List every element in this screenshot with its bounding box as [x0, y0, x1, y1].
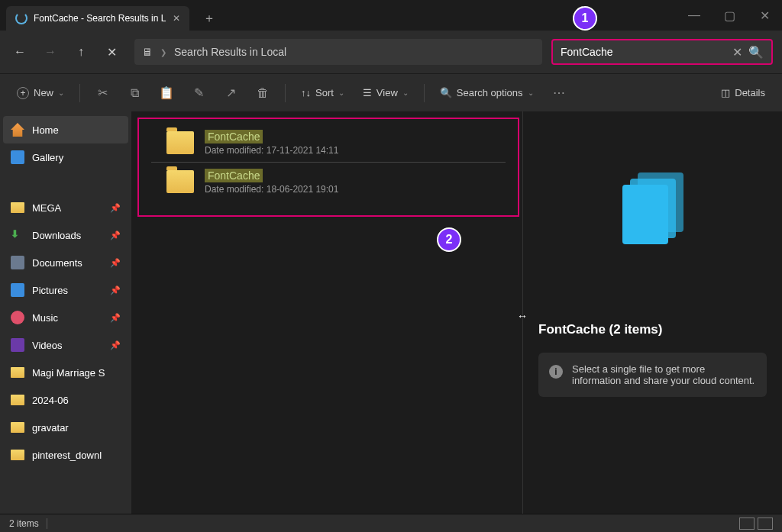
- pc-icon: 🖥: [142, 46, 153, 58]
- browser-tab[interactable]: FontCache - Search Results in L ✕: [6, 6, 189, 31]
- view-toggle: [739, 517, 773, 530]
- folder-icon: [11, 395, 24, 405]
- minimize-button[interactable]: —: [677, 3, 712, 27]
- item-count: 2 items: [9, 518, 39, 529]
- titlebar: FontCache - Search Results in L ✕ ＋ — ▢ …: [0, 0, 782, 31]
- status-bar: 2 items: [0, 514, 782, 532]
- folder-icon: [166, 170, 194, 193]
- back-button[interactable]: ←: [6, 38, 34, 66]
- up-button[interactable]: ↑: [67, 38, 95, 66]
- gallery-icon: [11, 150, 24, 164]
- share-button[interactable]: ↗: [218, 80, 244, 106]
- preview-message-text: Select a single file to get more informa…: [572, 363, 756, 386]
- sidebar-item-pictures[interactable]: Pictures📌: [3, 276, 128, 304]
- view-button[interactable]: ☰ View⌄: [357, 80, 415, 106]
- clear-search-icon[interactable]: ✕: [732, 45, 742, 60]
- sidebar-item-folder[interactable]: gravatar: [3, 414, 128, 441]
- cut-button[interactable]: ✂: [89, 80, 115, 106]
- address-text: Search Results in Local: [174, 46, 286, 58]
- annotation-2: 2: [437, 227, 461, 252]
- window-controls: — ▢ ✕: [677, 3, 782, 27]
- refresh-button[interactable]: ✕: [98, 38, 125, 66]
- view-icon: ☰: [363, 87, 372, 98]
- sidebar-item-documents[interactable]: Documents📌: [3, 249, 128, 276]
- search-input[interactable]: [561, 46, 726, 58]
- search-box[interactable]: ✕ 🔍: [551, 39, 773, 65]
- results-pane[interactable]: FontCache Date modified: 17-11-2021 14:1…: [131, 111, 522, 514]
- tab-title: FontCache - Search Results in L: [34, 13, 166, 24]
- sidebar-item-folder[interactable]: Magi Marriage S: [3, 359, 128, 386]
- more-button[interactable]: ⋯: [546, 80, 572, 106]
- tab-close-button[interactable]: ✕: [173, 13, 180, 24]
- plus-icon: +: [17, 87, 29, 99]
- pin-icon: 📌: [110, 258, 121, 268]
- music-icon: [11, 311, 24, 324]
- preview-thumbnail: [523, 111, 782, 310]
- pin-icon: 📌: [110, 203, 121, 213]
- main-area: FontCache Date modified: 17-11-2021 14:1…: [131, 111, 782, 514]
- loading-icon: [15, 12, 27, 24]
- annotation-1: 1: [573, 6, 597, 31]
- pin-icon: 📌: [110, 313, 121, 323]
- result-row[interactable]: FontCache Date modified: 17-11-2021 14:1…: [151, 130, 506, 162]
- result-name: FontCache: [205, 130, 263, 143]
- close-button[interactable]: ✕: [747, 3, 782, 27]
- chevron-icon: ❯: [160, 48, 166, 56]
- sidebar-item-folder[interactable]: 2024-06: [3, 386, 128, 414]
- sidebar-item-videos[interactable]: Videos📌: [3, 331, 128, 359]
- result-meta: Date modified: 18-06-2021 19:01: [205, 184, 338, 195]
- pictures-icon: [11, 283, 24, 297]
- folder-icon: [11, 202, 24, 213]
- files-stack-icon: [622, 172, 683, 249]
- copy-button[interactable]: ⧉: [121, 80, 147, 106]
- document-icon: [11, 256, 24, 269]
- videos-icon: [11, 338, 24, 352]
- search-icon[interactable]: 🔍: [748, 45, 764, 60]
- result-row[interactable]: FontCache Date modified: 18-06-2021 19:0…: [151, 162, 506, 201]
- download-icon: ⬇: [11, 228, 24, 242]
- sidebar-item-folder[interactable]: pinterest_downl: [3, 441, 128, 469]
- sidebar-item-mega[interactable]: MEGA📌: [3, 194, 128, 221]
- new-tab-button[interactable]: ＋: [199, 8, 220, 29]
- sidebar: Home Gallery MEGA📌 ⬇ Downloads📌 Document…: [0, 111, 131, 514]
- pin-icon: 📌: [110, 285, 121, 295]
- pin-icon: 📌: [110, 231, 121, 240]
- sidebar-item-home[interactable]: Home: [3, 116, 128, 143]
- sidebar-item-music[interactable]: Music📌: [3, 304, 128, 331]
- sort-button[interactable]: ↑↓ Sort⌄: [295, 80, 351, 106]
- search-options-icon: 🔍: [440, 87, 452, 98]
- paste-button[interactable]: 📋: [153, 80, 179, 106]
- delete-button[interactable]: 🗑: [250, 80, 276, 106]
- folder-icon: [11, 450, 24, 460]
- home-icon: [11, 123, 24, 137]
- pin-icon: 📌: [110, 340, 121, 350]
- maximize-button[interactable]: ▢: [712, 3, 747, 27]
- details-button[interactable]: ◫ Details: [715, 80, 771, 106]
- search-options-button[interactable]: 🔍 Search options⌄: [434, 80, 540, 106]
- info-icon: i: [549, 365, 563, 379]
- list-view-button[interactable]: [739, 517, 755, 530]
- result-name: FontCache: [205, 169, 263, 182]
- forward-button[interactable]: →: [37, 38, 64, 66]
- grid-view-button[interactable]: [758, 517, 773, 530]
- folder-icon: [11, 422, 24, 433]
- rename-button[interactable]: ✎: [186, 80, 212, 106]
- results-highlight-box: FontCache Date modified: 17-11-2021 14:1…: [137, 118, 519, 217]
- sort-icon: ↑↓: [301, 87, 311, 98]
- preview-title: FontCache (2 items): [523, 310, 782, 345]
- sidebar-item-gallery[interactable]: Gallery: [3, 143, 128, 171]
- preview-message: i Select a single file to get more infor…: [538, 353, 767, 397]
- result-meta: Date modified: 17-11-2021 14:11: [205, 145, 338, 156]
- content-area: Home Gallery MEGA📌 ⬇ Downloads📌 Document…: [0, 111, 782, 514]
- new-button[interactable]: + New ⌄: [11, 80, 70, 106]
- folder-icon: [11, 367, 24, 378]
- navbar: ← → ↑ ✕ 🖥 ❯ Search Results in Local ✕ 🔍: [0, 31, 782, 73]
- address-bar[interactable]: 🖥 ❯ Search Results in Local: [134, 39, 542, 65]
- details-icon: ◫: [721, 87, 730, 98]
- preview-pane: ↔ FontCache (2 items) i Select a single …: [522, 111, 782, 514]
- ribbon: + New ⌄ ✂ ⧉ 📋 ✎ ↗ 🗑 ↑↓ Sort⌄ ☰ View⌄ 🔍 S…: [0, 73, 782, 111]
- resize-handle-icon[interactable]: ↔: [517, 310, 528, 322]
- sidebar-item-downloads[interactable]: ⬇ Downloads📌: [3, 221, 128, 249]
- folder-icon: [166, 131, 194, 154]
